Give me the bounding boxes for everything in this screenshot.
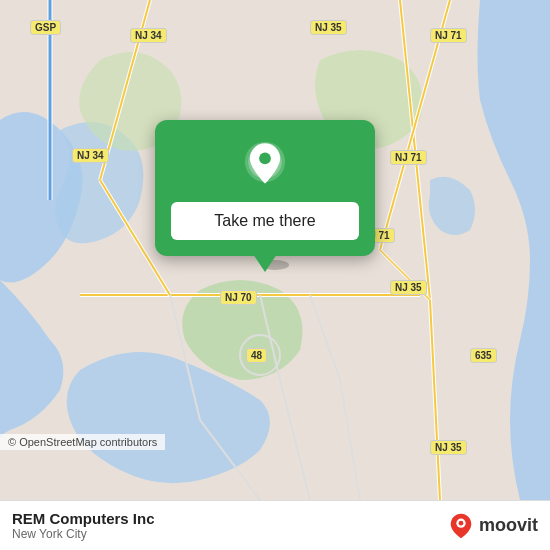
- road-label-nj34-top: NJ 34: [130, 28, 167, 43]
- road-label-nj35-bot: NJ 35: [430, 440, 467, 455]
- road-label-r48: 48: [246, 348, 267, 363]
- moovit-logo: moovit: [447, 512, 538, 540]
- road-label-gsp: GSP: [30, 20, 61, 35]
- road-label-r635: 635: [470, 348, 497, 363]
- moovit-icon: [447, 512, 475, 540]
- copyright-notice: © OpenStreetMap contributors: [0, 434, 165, 450]
- location-pin-icon: [239, 140, 291, 192]
- take-me-there-button[interactable]: Take me there: [171, 202, 359, 240]
- road-label-nj70: NJ 70: [220, 290, 257, 305]
- bottom-bar: REM Computers Inc New York City moovit: [0, 500, 550, 550]
- location-city: New York City: [12, 527, 155, 541]
- location-info: REM Computers Inc New York City: [12, 510, 155, 541]
- location-name: REM Computers Inc: [12, 510, 155, 527]
- popup-card: Take me there: [155, 120, 375, 256]
- svg-point-29: [459, 520, 464, 525]
- moovit-text: moovit: [479, 515, 538, 536]
- road-label-nj71-top: NJ 71: [430, 28, 467, 43]
- road-label-nj71-mid: NJ 71: [390, 150, 427, 165]
- road-label-nj34-mid: NJ 34: [72, 148, 109, 163]
- svg-point-27: [259, 153, 271, 165]
- map-container: NJ 34NJ 34NJ 35NJ 35NJ 35NJ 70NJ 71NJ 71…: [0, 0, 550, 500]
- road-label-nj35-mid: NJ 35: [390, 280, 427, 295]
- road-label-nj35-top: NJ 35: [310, 20, 347, 35]
